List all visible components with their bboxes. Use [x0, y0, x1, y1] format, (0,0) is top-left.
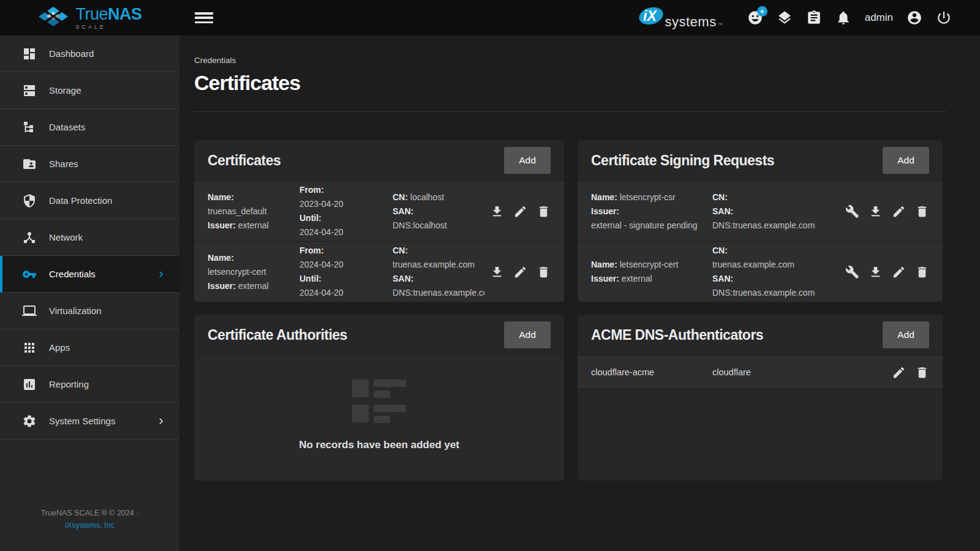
add-authority-button[interactable]: Add — [504, 321, 551, 348]
device-hub-icon — [22, 230, 37, 245]
main-content: Credentials Certificates Certificates Ad… — [179, 36, 980, 551]
sidebar-item-label: Dashboard — [49, 48, 94, 59]
sidebar-item-label: Shares — [49, 159, 78, 169]
shield-icon — [22, 193, 37, 208]
edit-icon[interactable] — [892, 265, 906, 279]
sidebar-footer: TrueNAS SCALE ® © 2024 - iXsystems, Inc — [0, 507, 179, 551]
delete-icon[interactable] — [915, 204, 929, 219]
svg-text:iX: iX — [643, 8, 657, 24]
bar-chart-icon — [22, 377, 37, 392]
sidebar-item-datasets[interactable]: Datasets — [0, 109, 179, 146]
sidebar-item-virtualization[interactable]: Virtualization — [0, 293, 179, 329]
truecommand-icon[interactable] — [777, 10, 793, 26]
alerts-bell-icon[interactable] — [835, 10, 851, 26]
wrench-icon[interactable] — [845, 204, 859, 219]
chevron-right-icon — [155, 268, 167, 280]
name-label: Name: — [208, 190, 300, 204]
datasets-tree-icon — [22, 120, 37, 135]
certificates-card: Certificates Add Name: truenas_default I… — [194, 140, 564, 302]
add-csr-button[interactable]: Add — [883, 147, 929, 174]
breadcrumb[interactable]: Credentials — [194, 56, 947, 65]
authorities-card-title: Certificate Authorities — [208, 327, 347, 343]
csr-row: Name: letsencrypt-csr Issuer: external -… — [578, 181, 943, 241]
apps-grid-icon — [22, 340, 37, 355]
sidebar-item-network[interactable]: Network — [0, 219, 179, 256]
menu-toggle-button[interactable] — [195, 11, 213, 24]
logged-in-user-label[interactable]: admin — [865, 12, 893, 24]
sidebar-item-data-protection[interactable]: Data Protection — [0, 182, 179, 219]
certificate-row: Name: truenas_default Issuer: external F… — [194, 181, 564, 241]
copyright-text: TrueNAS SCALE ® © 2024 — [41, 509, 137, 517]
account-circle-icon[interactable] — [907, 10, 922, 26]
sidebar-item-label: System Settings — [49, 416, 115, 426]
download-icon[interactable] — [869, 204, 883, 219]
acme-authenticators-card: ACME DNS-Authenticators Add cloudflare-a… — [578, 315, 943, 481]
sidebar-item-label: Network — [49, 232, 83, 242]
sidebar-item-label: Datasets — [49, 122, 85, 132]
sidebar-item-label: Credentials — [49, 269, 96, 279]
gear-icon — [22, 414, 37, 429]
feedback-smiley-icon[interactable]: + — [747, 10, 763, 26]
key-icon — [22, 267, 37, 282]
chevron-right-icon — [155, 415, 167, 427]
edit-icon[interactable] — [513, 265, 527, 279]
add-acme-button[interactable]: Add — [883, 321, 929, 348]
storage-icon — [22, 83, 37, 98]
signing-requests-card: Certificate Signing Requests Add Name: l… — [578, 140, 943, 302]
sidebar-item-credentials[interactable]: Credentials — [0, 256, 179, 293]
certificate-name: truenas_default — [208, 204, 300, 219]
sidebar-nav: Dashboard Storage Datasets Shares Data P… — [0, 36, 179, 551]
sidebar-item-apps[interactable]: Apps — [0, 329, 179, 366]
download-icon[interactable] — [490, 204, 504, 219]
acme-authenticator: cloudflare — [712, 367, 751, 377]
sidebar-item-shares[interactable]: Shares — [0, 146, 179, 182]
sidebar-item-label: Data Protection — [49, 195, 112, 206]
wrench-icon[interactable] — [845, 265, 859, 279]
delete-icon[interactable] — [537, 204, 551, 219]
sidebar-item-label: Storage — [49, 85, 81, 96]
sidebar-item-reporting[interactable]: Reporting — [0, 366, 179, 403]
dashboard-icon — [22, 47, 37, 61]
delete-icon[interactable] — [915, 365, 929, 380]
empty-records-icon — [352, 380, 406, 423]
sidebar-item-system-settings[interactable]: System Settings — [0, 403, 179, 440]
sidebar-item-dashboard[interactable]: Dashboard — [0, 36, 179, 72]
jobs-clipboard-icon[interactable] — [806, 10, 822, 26]
trademark-symbol: ™ — [718, 22, 723, 28]
edit-icon[interactable] — [892, 204, 906, 219]
signing-requests-card-title: Certificate Signing Requests — [591, 152, 774, 169]
top-bar: TrueNAS SCALE iX systems ™ + admin — [0, 0, 980, 36]
download-icon[interactable] — [869, 265, 883, 279]
acme-card-title: ACME DNS-Authenticators — [591, 327, 763, 343]
sidebar-item-label: Virtualization — [49, 305, 102, 316]
feedback-badge: + — [757, 6, 767, 17]
ixsystems-link[interactable]: iXsystems, Inc — [65, 521, 115, 530]
csr-row: Name: letsencrypt-cert Issuer: external … — [578, 241, 943, 302]
acme-row: cloudflare-acme cloudflare — [578, 355, 943, 389]
acme-name: cloudflare-acme — [591, 367, 712, 377]
delete-icon[interactable] — [537, 265, 551, 279]
folder-shared-icon — [22, 157, 37, 171]
sidebar-item-label: Apps — [49, 342, 70, 353]
ixsystems-logo: iX systems ™ — [637, 6, 723, 30]
brand-name: TrueNAS — [75, 6, 141, 23]
title-divider — [194, 111, 947, 112]
truenas-logo[interactable]: TrueNAS SCALE — [0, 0, 179, 36]
sidebar-item-label: Reporting — [49, 379, 89, 389]
download-icon[interactable] — [490, 265, 504, 279]
certificate-row: Name: letsencrypt-cert Issuer: external … — [194, 241, 564, 302]
brand-edition: SCALE — [75, 24, 141, 30]
add-certificate-button[interactable]: Add — [504, 147, 551, 174]
ix-mark-icon: iX — [637, 6, 665, 26]
truenas-diamond-logo — [37, 6, 69, 29]
power-icon[interactable] — [936, 10, 952, 26]
edit-icon[interactable] — [892, 365, 906, 380]
edit-icon[interactable] — [513, 204, 527, 219]
certificate-authorities-card: Certificate Authorities Add No records h… — [194, 315, 564, 481]
page-title: Certificates — [194, 71, 947, 95]
ixsystems-wordmark: systems — [665, 14, 717, 30]
delete-icon[interactable] — [915, 265, 929, 279]
empty-state-text: No records have been added yet — [299, 439, 459, 451]
laptop-icon — [22, 304, 37, 318]
sidebar-item-storage[interactable]: Storage — [0, 72, 179, 109]
